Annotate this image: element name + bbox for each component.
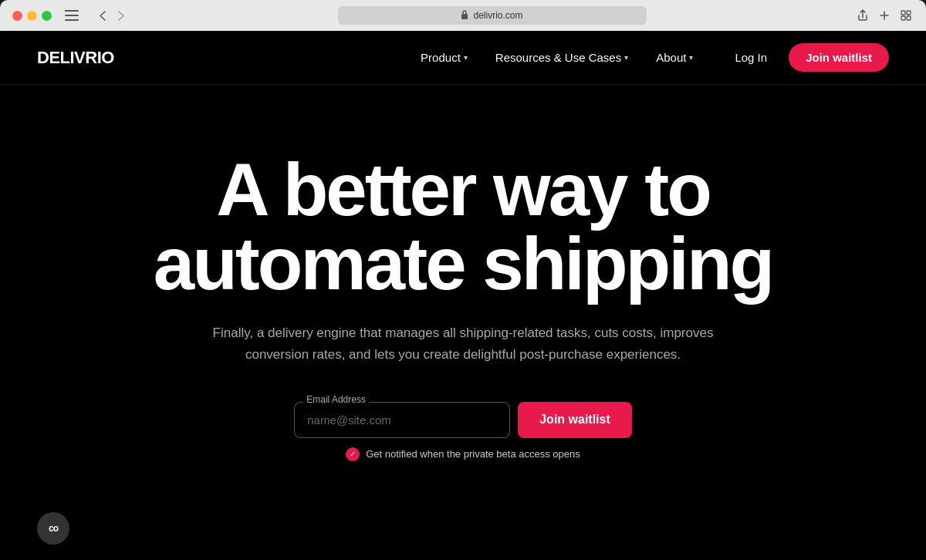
hero-title: A better way to automate shipping (154, 153, 772, 301)
nav-links: Product ▾ Resources & Use Cases ▾ About … (410, 45, 704, 70)
co-badge-icon[interactable]: co (37, 512, 69, 545)
tab-overview-icon[interactable] (898, 8, 914, 23)
email-form: Email Address Join waitlist ✓ Get notifi… (294, 402, 632, 461)
checkbox-label: Get notified when the private beta acces… (366, 448, 580, 460)
browser-chrome: delivrio.com (0, 0, 926, 31)
email-field-wrapper: Email Address (294, 402, 510, 438)
traffic-lights (12, 11, 52, 21)
svg-rect-4 (901, 11, 905, 15)
email-label: Email Address (303, 394, 369, 405)
nav-resources-label: Resources & Use Cases (495, 51, 621, 64)
nav-product-label: Product (421, 51, 461, 64)
svg-rect-0 (65, 10, 79, 12)
email-input[interactable] (294, 402, 510, 438)
svg-rect-1 (65, 15, 79, 16)
checkbox-checked-icon[interactable]: ✓ (346, 447, 360, 461)
svg-rect-7 (907, 16, 911, 20)
forward-button[interactable] (113, 8, 129, 23)
hero-title-line1: A better way to (216, 148, 710, 231)
new-tab-icon[interactable] (877, 8, 892, 23)
website: DELIVRIO Product ▾ Resources & Use Cases… (0, 31, 926, 560)
svg-rect-3 (461, 14, 468, 19)
product-chevron-icon: ▾ (464, 53, 468, 62)
navbar: DELIVRIO Product ▾ Resources & Use Cases… (0, 31, 926, 85)
url-text: delivrio.com (473, 10, 522, 21)
share-icon[interactable] (855, 8, 870, 23)
svg-rect-5 (907, 11, 911, 15)
hero-section: A better way to automate shipping Finall… (0, 85, 926, 560)
close-button[interactable] (12, 11, 22, 21)
svg-rect-2 (65, 19, 79, 21)
nav-login-button[interactable]: Log In (722, 45, 779, 70)
nav-about[interactable]: About ▾ (645, 45, 704, 70)
hero-subtitle: Finally, a delivery engine that manages … (193, 322, 733, 364)
sidebar-toggle-icon[interactable] (61, 8, 83, 23)
url-bar[interactable]: delivrio.com (338, 6, 647, 25)
nav-resources[interactable]: Resources & Use Cases ▾ (485, 45, 639, 70)
email-form-row: Email Address Join waitlist (294, 402, 632, 438)
join-waitlist-button[interactable]: Join waitlist (518, 402, 632, 438)
lock-icon (461, 10, 468, 21)
svg-rect-6 (901, 16, 905, 20)
browser-actions (855, 8, 914, 23)
nav-join-waitlist-button[interactable]: Join waitlist (789, 43, 889, 72)
nav-product[interactable]: Product ▾ (410, 45, 478, 70)
resources-chevron-icon: ▾ (624, 53, 628, 62)
minimize-button[interactable] (27, 11, 37, 21)
hero-title-line2: automate shipping (154, 222, 772, 305)
nav-about-label: About (656, 51, 686, 64)
checkbox-row: ✓ Get notified when the private beta acc… (346, 447, 580, 461)
logo[interactable]: DELIVRIO (37, 48, 114, 68)
co-icon-text: co (49, 523, 58, 534)
back-button[interactable] (95, 8, 110, 23)
about-chevron-icon: ▾ (689, 53, 693, 62)
maximize-button[interactable] (42, 11, 52, 21)
